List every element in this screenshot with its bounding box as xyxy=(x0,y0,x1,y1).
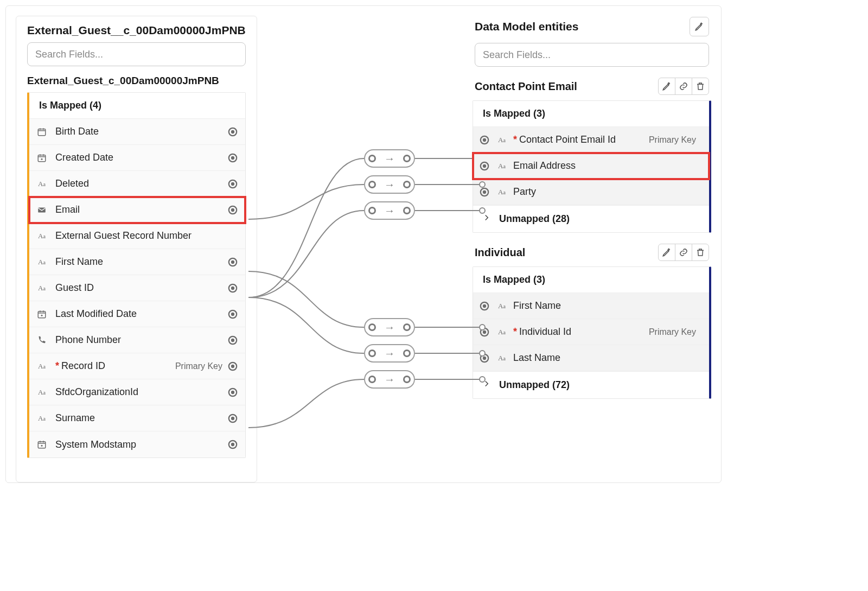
entity-field-list: Is Mapped (3)AaFirst NameAa*Individual I… xyxy=(473,266,711,399)
svg-point-43 xyxy=(483,356,486,359)
svg-point-23 xyxy=(231,364,234,367)
edit-entities-button[interactable] xyxy=(690,17,709,36)
source-field-row[interactable]: Email xyxy=(29,197,245,223)
arrow-right-icon: → xyxy=(384,348,395,359)
entity-mapped-header: Is Mapped (3) xyxy=(473,101,709,127)
unmapped-label: Unmapped (28) xyxy=(499,213,570,225)
unmapped-toggle[interactable]: Unmapped (72) xyxy=(473,371,709,398)
mapping-pill[interactable]: → xyxy=(364,175,415,194)
map-handle[interactable] xyxy=(228,440,238,449)
source-field-row[interactable]: AaDeleted xyxy=(29,171,245,197)
entity-actions xyxy=(659,78,709,95)
field-label: First Name xyxy=(513,300,701,312)
svg-point-4 xyxy=(41,158,43,160)
field-label: External Guest Record Number xyxy=(55,230,238,242)
target-search-input[interactable] xyxy=(475,43,709,67)
svg-point-27 xyxy=(231,416,234,420)
source-subtitle: External_Guest_c_00Dam00000JmPNB xyxy=(16,72,257,92)
map-handle[interactable] xyxy=(480,135,489,145)
entity-field-list: Is Mapped (3)Aa*Contact Point Email IdPr… xyxy=(473,100,711,233)
field-label: Created Date xyxy=(55,152,228,163)
map-handle[interactable] xyxy=(228,283,238,293)
map-handle[interactable] xyxy=(228,153,238,163)
field-label: Deleted xyxy=(55,178,228,189)
text-icon: Aa xyxy=(36,230,48,242)
mapping-pill[interactable]: → xyxy=(364,370,415,389)
link-entity-button[interactable] xyxy=(675,244,692,261)
svg-point-39 xyxy=(483,304,486,307)
mapping-pill[interactable]: → xyxy=(364,149,415,168)
date-icon xyxy=(36,152,48,164)
map-handle[interactable] xyxy=(480,161,489,171)
delete-entity-button[interactable] xyxy=(692,78,709,95)
source-field-row[interactable]: Aa*Record IDPrimary Key xyxy=(29,353,245,379)
target-field-row[interactable]: AaLast Name xyxy=(473,345,709,371)
mapping-pill[interactable]: → xyxy=(364,344,415,363)
map-handle[interactable] xyxy=(480,187,489,197)
field-label: Guest ID xyxy=(55,282,228,294)
chevron-right-icon xyxy=(482,379,492,391)
map-handle[interactable] xyxy=(228,127,238,137)
target-field-row[interactable]: AaEmail Address xyxy=(473,153,709,179)
map-handle[interactable] xyxy=(228,179,238,189)
mapping-pill[interactable]: → xyxy=(364,318,415,336)
text-icon: Aa xyxy=(36,360,48,372)
source-field-row[interactable]: System Modstamp xyxy=(29,431,245,457)
primary-key-badge: Primary Key xyxy=(175,361,222,371)
entity-actions xyxy=(659,244,709,261)
primary-key-badge: Primary Key xyxy=(649,327,696,337)
arrow-right-icon: → xyxy=(384,179,395,190)
map-handle[interactable] xyxy=(228,309,238,319)
mapping-pill[interactable]: → xyxy=(364,201,415,220)
source-field-row[interactable]: AaGuest ID xyxy=(29,275,245,301)
source-field-row[interactable]: AaExternal Guest Record Number xyxy=(29,223,245,249)
source-field-row[interactable]: Last Modified Date xyxy=(29,301,245,327)
field-label: Party xyxy=(513,186,701,198)
field-label: Last Name xyxy=(513,352,701,364)
delete-entity-button[interactable] xyxy=(692,244,709,261)
map-handle[interactable] xyxy=(480,327,489,337)
map-handle[interactable] xyxy=(228,414,238,423)
arrow-right-icon: → xyxy=(384,153,395,164)
map-handle[interactable] xyxy=(228,361,238,371)
source-field-row[interactable]: AaSurname xyxy=(29,405,245,431)
field-label: System Modstamp xyxy=(55,439,228,450)
text-icon: Aa xyxy=(496,186,508,198)
map-handle[interactable] xyxy=(480,353,489,363)
source-field-row[interactable]: AaFirst Name xyxy=(29,249,245,275)
target-field-row[interactable]: AaFirst Name xyxy=(473,293,709,319)
map-handle[interactable] xyxy=(228,257,238,267)
target-field-row[interactable]: Aa*Contact Point Email IdPrimary Key xyxy=(473,127,709,153)
pencil-icon xyxy=(694,22,704,31)
entity-title: Individual xyxy=(475,246,525,259)
map-handle[interactable] xyxy=(228,205,238,215)
source-field-row[interactable]: Phone Number xyxy=(29,327,245,353)
svg-rect-0 xyxy=(38,129,46,135)
edit-entity-button[interactable] xyxy=(658,244,675,261)
svg-point-19 xyxy=(231,312,234,315)
source-field-row[interactable]: AaSfdcOrganizationId xyxy=(29,379,245,405)
source-mapped-header: Is Mapped (4) xyxy=(29,93,245,119)
edit-entity-button[interactable] xyxy=(658,78,675,95)
source-search-input[interactable] xyxy=(27,42,246,66)
field-label: Surname xyxy=(55,412,228,424)
date-icon xyxy=(36,308,48,320)
target-field-row[interactable]: AaParty xyxy=(473,179,709,205)
entity-block: IndividualIs Mapped (3)AaFirst NameAa*In… xyxy=(473,240,711,399)
field-label: SfdcOrganizationId xyxy=(55,386,228,398)
unmapped-toggle[interactable]: Unmapped (28) xyxy=(473,205,709,232)
source-field-row[interactable]: Created Date xyxy=(29,145,245,171)
link-entity-button[interactable] xyxy=(675,78,692,95)
svg-point-29 xyxy=(41,445,43,447)
text-icon: Aa xyxy=(36,386,48,398)
map-handle[interactable] xyxy=(228,387,238,397)
source-field-row[interactable]: Birth Date xyxy=(29,119,245,145)
unmapped-label: Unmapped (72) xyxy=(499,379,570,391)
map-handle[interactable] xyxy=(228,335,238,345)
source-panel: External_Guest__c_00Dam00000JmPNB Extern… xyxy=(16,16,257,482)
target-field-row[interactable]: Aa*Individual IdPrimary Key xyxy=(473,319,709,345)
mapping-canvas: External_Guest__c_00Dam00000JmPNB Extern… xyxy=(5,5,722,483)
map-handle[interactable] xyxy=(480,301,489,311)
field-label: Email Address xyxy=(513,160,701,171)
svg-point-2 xyxy=(231,130,234,133)
